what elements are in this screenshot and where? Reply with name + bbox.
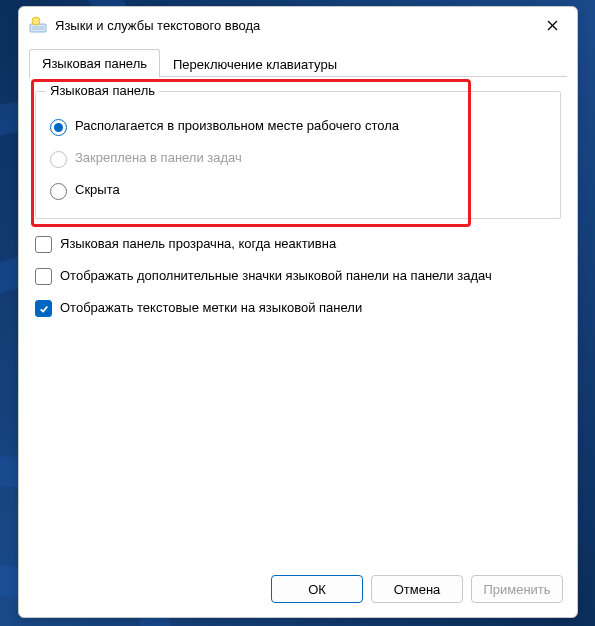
svg-rect-0 — [30, 24, 46, 32]
titlebar: Языки и службы текстового ввода — [19, 7, 577, 43]
radio-docked[interactable]: Закреплена в панели задач — [50, 150, 546, 168]
language-bar-group: Языковая панель Располагается в произвол… — [35, 91, 561, 219]
checkbox-label: Отображать дополнительные значки языково… — [60, 267, 492, 285]
svg-point-3 — [32, 17, 40, 25]
tab-strip: Языковая панель Переключение клавиатуры — [19, 43, 577, 77]
tab-keyboard-switch[interactable]: Переключение клавиатуры — [160, 50, 350, 78]
radio-icon — [50, 183, 67, 200]
checkbox-label: Отображать текстовые метки на языковой п… — [60, 299, 362, 317]
radio-hidden[interactable]: Скрыта — [50, 182, 546, 200]
radio-label: Скрыта — [75, 182, 120, 197]
panel-body: Языковая панель Располагается в произвол… — [19, 77, 577, 565]
app-icon — [29, 16, 47, 34]
checkbox-icon — [35, 236, 52, 253]
radio-icon — [50, 119, 67, 136]
radio-floating[interactable]: Располагается в произвольном месте рабоч… — [50, 118, 546, 136]
close-icon — [547, 20, 558, 31]
group-legend: Языковая панель — [46, 83, 159, 98]
radio-label: Располагается в произвольном месте рабоч… — [75, 118, 399, 133]
cancel-button[interactable]: Отмена — [371, 575, 463, 603]
radio-icon — [50, 151, 67, 168]
tab-language-bar[interactable]: Языковая панель — [29, 49, 160, 78]
checkbox-icon — [35, 268, 52, 285]
ok-button[interactable]: ОК — [271, 575, 363, 603]
check-text-labels[interactable]: Отображать текстовые метки на языковой п… — [35, 299, 561, 317]
dialog-window: Языки и службы текстового ввода Языковая… — [18, 6, 578, 618]
dialog-buttons: ОК Отмена Применить — [19, 565, 577, 617]
apply-button[interactable]: Применить — [471, 575, 563, 603]
check-transparent[interactable]: Языковая панель прозрачна, когда неактив… — [35, 235, 561, 253]
close-button[interactable] — [531, 10, 573, 40]
checkbox-icon — [35, 300, 52, 317]
check-icon — [39, 304, 49, 314]
check-extra-icons[interactable]: Отображать дополнительные значки языково… — [35, 267, 561, 285]
radio-label: Закреплена в панели задач — [75, 150, 242, 165]
checkbox-label: Языковая панель прозрачна, когда неактив… — [60, 235, 336, 253]
window-title: Языки и службы текстового ввода — [55, 18, 531, 33]
